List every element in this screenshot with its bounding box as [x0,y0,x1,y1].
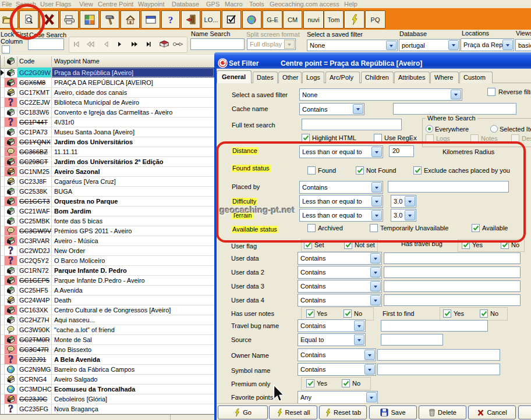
svg-text:?: ? [8,256,13,265]
svg-text:?: ? [8,118,13,126]
svg-text:?: ? [8,404,13,413]
svg-text:?: ? [8,355,13,364]
svg-text:?: ? [168,15,174,25]
svg-text:?: ? [8,98,13,106]
svg-text:?: ? [8,246,13,255]
